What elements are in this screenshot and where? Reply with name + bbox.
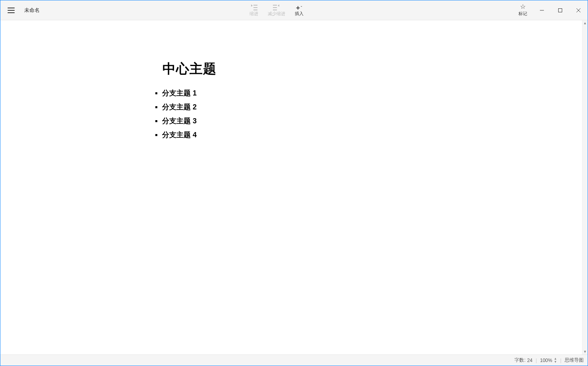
canvas[interactable]: 中心主题 分支主题 1 分支主题 2 分支主题 3 分支主题 4 — [0, 20, 582, 354]
zoom-value: 100% — [540, 358, 552, 363]
view-mode-button[interactable]: 思维导图 — [565, 357, 584, 364]
star-icon: ☆ — [520, 4, 526, 10]
scroll-track[interactable] — [582, 26, 588, 349]
zoom-stepper-icon[interactable]: ▲▼ — [554, 357, 557, 364]
word-count-label: 字数: — [514, 357, 525, 364]
scroll-up-icon[interactable]: ▲ — [582, 20, 588, 26]
close-button[interactable] — [569, 0, 588, 20]
minimize-icon — [540, 8, 544, 12]
indent-button: 缩进 — [245, 0, 263, 20]
separator: | — [560, 358, 561, 363]
branch-topic[interactable]: 分支主题 1 — [155, 88, 433, 98]
branch-topic[interactable]: 分支主题 2 — [155, 102, 433, 112]
outdent-label: 减少缩进 — [268, 12, 285, 16]
maximize-icon — [558, 8, 562, 12]
zoom-control[interactable]: 100% ▲▼ — [540, 357, 557, 364]
app-window: 未命名 缩进 — [0, 0, 588, 366]
bullet-icon — [155, 106, 157, 108]
document-title: 未命名 — [24, 7, 40, 14]
titlebar-left: 未命名 — [0, 0, 40, 20]
bullet-icon — [155, 134, 157, 136]
minimize-button[interactable] — [533, 0, 551, 20]
toolbar-group: 缩进 减少缩进 +ˇ 插入 — [245, 0, 308, 20]
scroll-down-icon[interactable]: ▼ — [582, 349, 588, 354]
central-topic[interactable]: 中心主题 — [155, 60, 433, 78]
view-mode-label: 思维导图 — [565, 357, 584, 364]
bullet-icon — [155, 120, 157, 122]
branch-topic[interactable]: 分支主题 3 — [155, 116, 433, 126]
insert-label: 插入 — [295, 12, 304, 16]
outline-root: 中心主题 分支主题 1 分支主题 2 分支主题 3 分支主题 4 — [155, 60, 433, 144]
word-count-value: 24 — [527, 358, 532, 363]
mark-button[interactable]: ☆ 标记 — [513, 0, 533, 20]
indent-icon — [250, 4, 257, 11]
close-icon — [576, 8, 580, 12]
vertical-scrollbar[interactable]: ▲ ▼ — [582, 20, 588, 354]
menu-icon[interactable] — [8, 8, 15, 13]
insert-button[interactable]: +ˇ 插入 — [290, 0, 308, 20]
outdent-icon — [273, 4, 280, 11]
outdent-button: 减少缩进 — [263, 0, 290, 20]
plus-icon: +ˇ — [296, 4, 302, 11]
separator: | — [536, 358, 537, 363]
maximize-button[interactable] — [551, 0, 569, 20]
content-area: 中心主题 分支主题 1 分支主题 2 分支主题 3 分支主题 4 — [0, 20, 588, 354]
svg-rect-0 — [559, 8, 562, 12]
mark-label: 标记 — [518, 11, 527, 17]
titlebar: 未命名 缩进 — [0, 0, 588, 20]
branch-topic-label: 分支主题 1 — [162, 88, 197, 98]
indent-label: 缩进 — [250, 12, 258, 16]
branch-topic-label: 分支主题 2 — [162, 102, 197, 112]
word-count: 字数: 24 — [514, 357, 532, 364]
branch-topic-label: 分支主题 4 — [162, 130, 197, 140]
bullet-icon — [155, 92, 157, 94]
titlebar-right: ☆ 标记 — [513, 0, 588, 20]
branch-topic[interactable]: 分支主题 4 — [155, 130, 433, 140]
branch-topic-label: 分支主题 3 — [162, 116, 197, 126]
status-bar: 字数: 24 | 100% ▲▼ | 思维导图 — [0, 354, 588, 366]
